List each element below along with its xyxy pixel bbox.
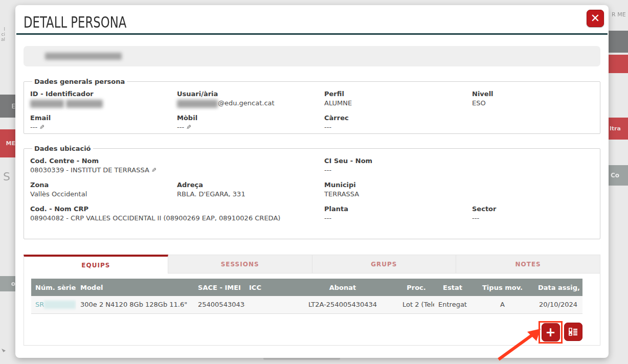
field-ci-seu: CI Seu - Nom --- — [324, 156, 594, 175]
field-planta: Planta --- — [324, 204, 472, 223]
field-zona: Zona Vallès Occidental — [30, 180, 177, 199]
section-dades-generals: Dades generals persona ID - Identificado… — [24, 78, 600, 134]
cell-proc: Lot 2 (Telefón — [398, 296, 434, 313]
col-tipus-mov: Tipus mov. — [471, 279, 534, 296]
cell-estat: Entregat — [434, 296, 471, 313]
col-proc: Proc. — [398, 279, 434, 296]
field-usuari: Usuari/ària @edu.gencat.cat — [177, 89, 324, 108]
add-equip-button[interactable]: + — [542, 323, 560, 342]
col-abonat: Abonat — [287, 279, 398, 296]
table-row: SR 300e 2 N4120 8Gb 128Gb 11.6" 25400543… — [31, 296, 582, 313]
tab-sessions[interactable]: SESSIONS — [168, 255, 312, 274]
annotation-highlight-box: + — [539, 321, 563, 344]
cell-num-serie: SR — [31, 296, 76, 313]
close-icon[interactable]: ✕ — [587, 10, 604, 27]
equips-tab-content: Núm. sèrie Model SACE - IMEI ICC Abonat … — [24, 274, 600, 346]
col-sace-imei: SACE - IMEI — [194, 279, 245, 296]
person-name-bar — [24, 46, 600, 66]
col-model: Model — [76, 279, 194, 296]
title-divider — [16, 33, 608, 35]
cell-tipus-mov: A — [471, 296, 534, 313]
section-legend: Dades ubicació — [32, 145, 93, 152]
redacted-id-2 — [66, 100, 103, 108]
detall-persona-modal: DETALL PERSONA ✕ Dades generals persona … — [15, 5, 609, 358]
field-id-identificador: ID - Identificador — [30, 89, 177, 108]
cursor-artifact — [2, 349, 6, 352]
field-perfil: Perfil ALUMNE — [324, 89, 472, 108]
field-mobil: Mòbil ---✎ — [177, 113, 324, 132]
edit-email-icon[interactable]: ✎ — [39, 123, 44, 132]
col-data-assig: Data assig, — [534, 279, 582, 296]
background-filtra-button: ltra — [609, 118, 628, 140]
background-red-block-right — [609, 55, 628, 73]
table-header-row: Núm. sèrie Model SACE - IMEI ICC Abonat … — [31, 279, 582, 296]
tab-grups[interactable]: GRUPS — [312, 255, 457, 274]
cell-data-assig: 20/10/2024 — [534, 296, 582, 313]
excel-export-glyph: x — [568, 326, 579, 337]
redacted-person-name — [45, 53, 122, 60]
redacted-username — [177, 100, 218, 108]
equips-table: Núm. sèrie Model SACE - IMEI ICC Abonat … — [31, 279, 582, 314]
cell-abonat: LT2A-254005430434 — [287, 296, 398, 313]
section-legend: Dades generals persona — [32, 78, 127, 85]
section-dades-ubicacio: Dades ubicació Cod. Centre - Nom 0803033… — [24, 145, 600, 239]
tab-notes[interactable]: NOTES — [456, 255, 600, 274]
excel-export-icon[interactable]: x — [564, 323, 582, 341]
col-estat: Estat — [434, 279, 471, 296]
col-num-serie: Núm. sèrie — [31, 279, 76, 296]
field-email: Email ---✎ — [30, 113, 177, 132]
background-letter-s: S — [3, 170, 10, 183]
field-municipi: Municipi TERRASSA — [324, 180, 594, 199]
field-nivell: Nivell ESO — [472, 89, 594, 108]
field-adreca: Adreça RBLA. D'EGARA, 331 — [177, 180, 324, 199]
field-crp: Cod. - Nom CRP 08904082 - CRP VALLES OCC… — [30, 204, 324, 223]
cell-icc — [245, 296, 287, 313]
background-clipped-text: l ci al — [0, 27, 5, 42]
field-carrec: Càrrec --- — [324, 113, 472, 132]
background-clipped-text-topright: R ME — [612, 11, 626, 18]
tab-equips[interactable]: EQUIPS — [24, 255, 168, 274]
background-red-bar-left: ME — [0, 129, 15, 157]
cell-model: 300e 2 N4120 8Gb 128Gb 11.6" — [76, 296, 194, 313]
svg-text:x: x — [569, 328, 573, 336]
background-dark-block-right — [609, 31, 628, 53]
edit-mobil-icon[interactable]: ✎ — [186, 123, 191, 132]
field-cod-centre: Cod. Centre - Nom 08030339 - INSTITUT DE… — [30, 156, 324, 175]
col-icc: ICC — [245, 279, 287, 296]
background-grey-bar-left: o — [0, 276, 15, 291]
field-sector: Sector --- — [472, 204, 594, 223]
redacted-id — [30, 100, 64, 108]
edit-centre-icon[interactable]: ✎ — [151, 166, 156, 175]
cell-sace-imei: 254005430434 — [194, 296, 245, 313]
modal-title: DETALL PERSONA — [24, 13, 126, 31]
background-dark-bar: E — [0, 95, 15, 118]
detail-tabs: EQUIPS SESSIONS GRUPS NOTES — [24, 255, 600, 274]
background-consulta-button: Co — [609, 165, 628, 186]
serial-number-link[interactable]: SR — [35, 301, 44, 308]
redacted-serial — [44, 301, 76, 309]
